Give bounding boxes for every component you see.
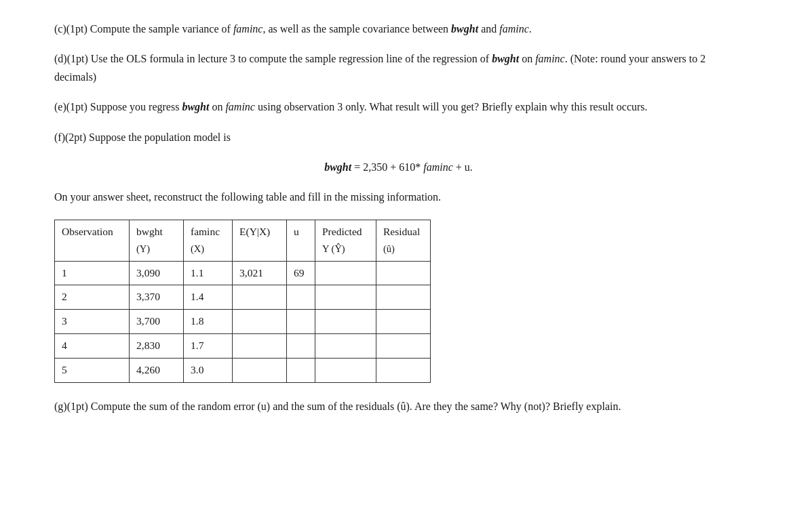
cell-u bbox=[287, 310, 315, 334]
cell-bwght: 3,090 bbox=[130, 261, 184, 285]
cell-resid bbox=[376, 285, 431, 310]
header-faminc: faminc(X) bbox=[184, 220, 233, 261]
cell-bwght: 2,830 bbox=[130, 333, 184, 358]
cell-obs: 2 bbox=[55, 285, 130, 310]
cell-pred bbox=[315, 358, 376, 382]
paragraph-f-intro: (f)(2pt) Suppose the population model is bbox=[54, 129, 743, 146]
cell-pred bbox=[315, 261, 376, 285]
cell-u bbox=[287, 285, 315, 310]
cell-bwght: 3,700 bbox=[130, 310, 184, 334]
header-u: u bbox=[287, 220, 315, 261]
cell-obs: 5 bbox=[55, 358, 130, 382]
cell-pred bbox=[315, 285, 376, 310]
cell-resid bbox=[376, 358, 431, 382]
cell-faminc: 1.4 bbox=[184, 285, 233, 310]
data-table: Observation bwght(Y) faminc(X) E(Y|X) u … bbox=[54, 220, 431, 383]
header-bwght: bwght(Y) bbox=[130, 220, 184, 261]
cell-obs: 3 bbox=[55, 310, 130, 334]
table-row: 1 3,090 1.1 3,021 69 bbox=[55, 261, 431, 285]
cell-faminc: 1.1 bbox=[184, 261, 233, 285]
cell-obs: 1 bbox=[55, 261, 130, 285]
cell-eyx bbox=[233, 285, 287, 310]
paragraph-table-intro: On your answer sheet, reconstruct the fo… bbox=[54, 188, 743, 206]
header-residual: Residual(û) bbox=[376, 220, 431, 261]
cell-eyx bbox=[233, 333, 287, 358]
cell-pred bbox=[315, 310, 376, 334]
cell-faminc: 1.8 bbox=[184, 310, 233, 334]
paragraph-d: (d)(1pt) Use the OLS formula in lecture … bbox=[54, 50, 743, 86]
cell-resid bbox=[376, 333, 431, 358]
cell-eyx bbox=[233, 358, 287, 382]
cell-u bbox=[287, 333, 315, 358]
cell-resid bbox=[376, 261, 431, 285]
cell-faminc: 3.0 bbox=[184, 358, 233, 382]
cell-obs: 4 bbox=[55, 333, 130, 358]
table-row: 2 3,370 1.4 bbox=[55, 285, 431, 310]
cell-eyx: 3,021 bbox=[233, 261, 287, 285]
cell-pred bbox=[315, 333, 376, 358]
cell-u: 69 bbox=[287, 261, 315, 285]
cell-resid bbox=[376, 310, 431, 334]
cell-bwght: 3,370 bbox=[130, 285, 184, 310]
cell-u bbox=[287, 358, 315, 382]
header-eyx: E(Y|X) bbox=[233, 220, 287, 261]
paragraph-e: (e)(1pt) Suppose you regress bwght on fa… bbox=[54, 98, 743, 116]
table-row: 5 4,260 3.0 bbox=[55, 358, 431, 382]
paragraph-g: (g)(1pt) Compute the sum of the random e… bbox=[54, 398, 743, 415]
cell-eyx bbox=[233, 310, 287, 334]
cell-bwght: 4,260 bbox=[130, 358, 184, 382]
header-predicted: PredictedY (Ŷ) bbox=[315, 220, 376, 261]
header-observation: Observation bbox=[55, 220, 130, 261]
paragraph-c: (c)(1pt) Compute the sample variance of … bbox=[54, 20, 743, 38]
table-row: 3 3,700 1.8 bbox=[55, 310, 431, 334]
formula: bwght = 2,350 + 610* faminc + u. bbox=[54, 159, 743, 176]
cell-faminc: 1.7 bbox=[184, 333, 233, 358]
table-row: 4 2,830 1.7 bbox=[55, 333, 431, 358]
